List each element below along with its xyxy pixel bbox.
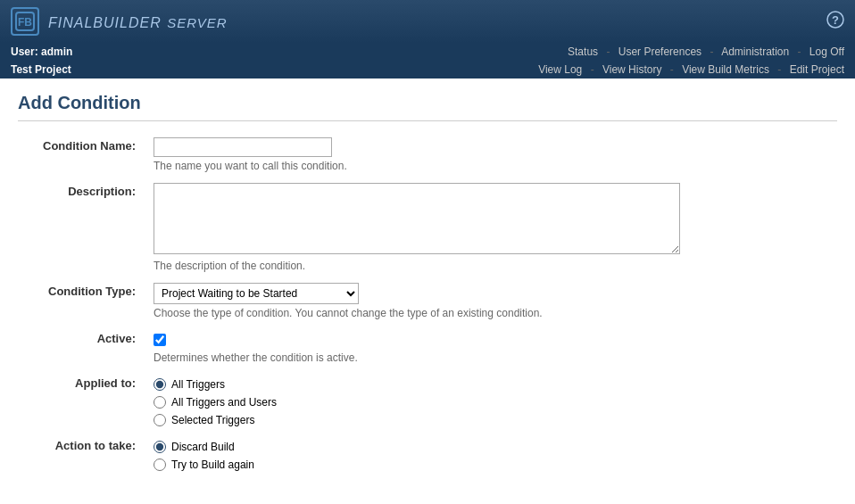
user-label: User: admin (11, 45, 72, 58)
active-hint: Determines whether the condition is acti… (154, 351, 830, 364)
svg-text:FB: FB (18, 16, 32, 29)
user-preferences-link[interactable]: User Preferences (618, 45, 701, 58)
nav-second: Test Project View Log - View History - V… (0, 61, 855, 78)
status-link[interactable]: Status (568, 45, 598, 58)
page-title: Add Condition (18, 93, 837, 121)
active-field-cell: Determines whether the condition is acti… (143, 325, 837, 369)
applied-to-all-triggers-label[interactable]: All Triggers (154, 378, 830, 391)
action-label: Action to take: (18, 432, 143, 476)
applied-to-group: All Triggers All Triggers and Users Sele… (154, 375, 830, 426)
active-label: Active: (18, 325, 143, 369)
logo-icon: FB (11, 7, 39, 36)
active-checkbox[interactable] (154, 334, 166, 346)
edit-project-link[interactable]: Edit Project (790, 63, 844, 76)
applied-to-all-triggers-text: All Triggers (171, 378, 225, 391)
applied-to-field-cell: All Triggers All Triggers and Users Sele… (143, 369, 837, 432)
condition-name-row: Condition Name: The name you want to cal… (18, 132, 837, 178)
condition-name-input[interactable] (154, 137, 332, 157)
applied-to-all-triggers-radio[interactable] (154, 378, 166, 391)
condition-name-label: Condition Name: (18, 132, 143, 178)
condition-type-label: Condition Type: (18, 277, 143, 325)
active-row: Active: Determines whether the condition… (18, 325, 837, 369)
applied-to-selected-triggers-text: Selected Triggers (171, 414, 254, 426)
condition-name-hint: The name you want to call this condition… (154, 160, 830, 172)
applied-to-all-triggers-users-text: All Triggers and Users (171, 396, 277, 409)
help-icon[interactable]: ? (826, 11, 844, 32)
action-rebuild-label[interactable]: Try to Build again (154, 459, 830, 471)
project-label: Test Project (11, 63, 71, 76)
administration-link[interactable]: Administration (721, 45, 789, 58)
description-hint: The description of the condition. (154, 260, 830, 272)
view-log-link[interactable]: View Log (538, 63, 582, 76)
action-discard-label[interactable]: Discard Build (154, 441, 830, 453)
form-table: Condition Name: The name you want to cal… (18, 132, 837, 476)
view-history-link[interactable]: View History (602, 63, 661, 76)
view-build-metrics-link[interactable]: View Build Metrics (682, 63, 769, 76)
action-rebuild-text: Try to Build again (171, 459, 254, 471)
applied-to-all-triggers-users-label[interactable]: All Triggers and Users (154, 396, 830, 409)
applied-to-all-triggers-users-radio[interactable] (154, 396, 166, 409)
description-field-cell: The description of the condition. (143, 178, 837, 277)
applied-to-selected-triggers-radio[interactable] (154, 414, 166, 426)
action-rebuild-radio[interactable] (154, 459, 166, 471)
condition-type-row: Condition Type: Project Waiting to be St… (18, 277, 837, 325)
action-discard-radio[interactable] (154, 441, 166, 453)
condition-type-hint: Choose the type of condition. You cannot… (154, 307, 830, 319)
header: FB FINALBUILDER Server ? (0, 0, 855, 43)
condition-name-field-cell: The name you want to call this condition… (143, 132, 837, 178)
app-title: FINALBUILDER Server (48, 12, 228, 32)
page-content: Add Condition Condition Name: The name y… (0, 78, 855, 491)
condition-type-select[interactable]: Project Waiting to be Started Build Trig… (154, 283, 359, 304)
action-discard-text: Discard Build (171, 441, 235, 453)
description-row: Description: The description of the cond… (18, 178, 837, 277)
action-row: Action to take: Discard Build Try to Bui… (18, 432, 837, 476)
log-off-link[interactable]: Log Off (809, 45, 844, 58)
applied-to-selected-triggers-label[interactable]: Selected Triggers (154, 414, 830, 426)
applied-to-row: Applied to: All Triggers All Triggers an… (18, 369, 837, 432)
condition-type-field-cell: Project Waiting to be Started Build Trig… (143, 277, 837, 325)
nav-top: User: admin Status - User Preferences - … (0, 43, 855, 61)
svg-text:?: ? (832, 13, 839, 27)
applied-to-label: Applied to: (18, 369, 143, 432)
description-label: Description: (18, 178, 143, 277)
second-nav-links: View Log - View History - View Build Met… (538, 63, 844, 76)
top-nav-links: Status - User Preferences - Administrati… (568, 45, 844, 58)
description-input[interactable] (154, 183, 680, 254)
condition-type-wrapper: Project Waiting to be Started Build Trig… (154, 283, 830, 304)
action-group: Discard Build Try to Build again (154, 437, 830, 471)
action-field-cell: Discard Build Try to Build again (143, 432, 837, 476)
